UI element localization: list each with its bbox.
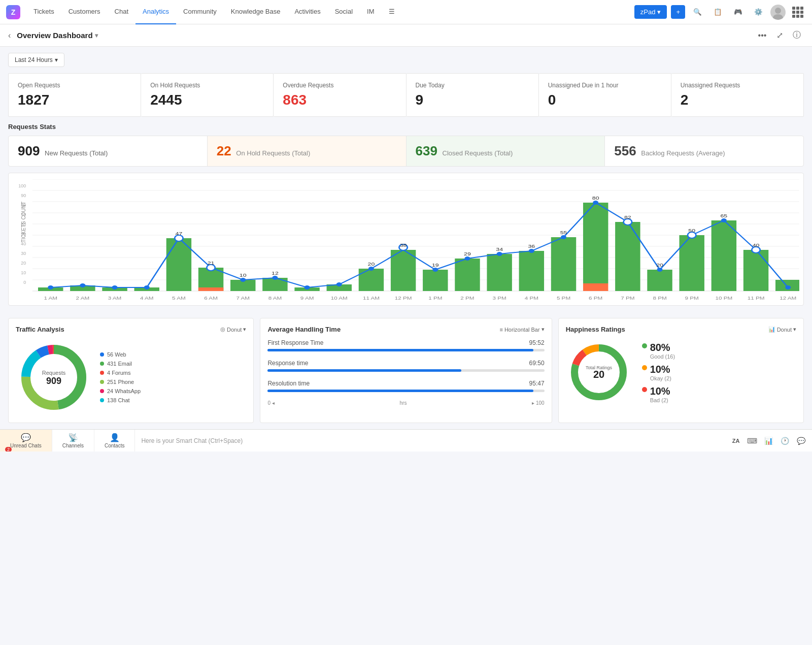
svg-text:3 AM: 3 AM: [108, 296, 122, 301]
svg-point-52: [465, 256, 470, 261]
nav-customers[interactable]: Customers: [61, 0, 108, 24]
toolbar: Last 24 Hours ▾: [0, 47, 812, 73]
svg-text:1 AM: 1 AM: [44, 296, 58, 301]
contacts-tab[interactable]: 👤 Contacts: [94, 430, 135, 452]
svg-text:55: 55: [560, 230, 567, 235]
traffic-donut-content: Requests 909 56 Web 431 Email 4 Forums: [16, 339, 246, 415]
svg-text:50: 50: [689, 228, 696, 233]
req-sum-backlog: 556 Backlog Requests (Average): [605, 136, 803, 166]
legend-phone: 251 Phone: [100, 379, 141, 385]
title-dropdown-caret[interactable]: ▾: [95, 32, 98, 39]
svg-point-42: [144, 285, 150, 289]
nav-community[interactable]: Community: [176, 0, 224, 24]
search-button[interactable]: 🔍: [689, 4, 705, 20]
legend-email: 431 Email: [100, 361, 141, 367]
svg-point-47: [304, 285, 310, 289]
svg-text:29: 29: [464, 251, 471, 256]
happiness-chart-type-button[interactable]: 📊 Donut ▾: [768, 326, 796, 333]
nav-analytics[interactable]: Analytics: [136, 0, 176, 24]
svg-text:4 AM: 4 AM: [140, 296, 154, 301]
svg-rect-25: [391, 250, 416, 291]
svg-text:21: 21: [208, 261, 215, 266]
stat-value-overdue: 863: [283, 92, 396, 108]
svg-point-40: [80, 283, 86, 287]
hap-pct-good: 80%: [650, 342, 675, 353]
svg-point-44: [207, 265, 215, 271]
legend-dot-chat: [100, 398, 104, 402]
traffic-donut-svg: Requests 909: [16, 339, 92, 415]
subheader-more-button[interactable]: •••: [755, 28, 769, 43]
stat-card-overdue: Overdue Requests 863: [274, 73, 406, 117]
handling-response-time: Response time 69:50: [267, 360, 544, 372]
legend-forums: 4 Forums: [100, 370, 141, 376]
requests-chart: TICKETS COUNT 1009080706050403020100: [8, 173, 804, 306]
svg-text:5 PM: 5 PM: [557, 296, 570, 301]
req-num-new: 909: [18, 143, 40, 158]
date-range-button[interactable]: Last 24 Hours ▾: [8, 53, 64, 67]
stat-label-unassigned-hour: Unassigned Due in 1 hour: [548, 82, 662, 89]
svg-rect-29: [519, 251, 544, 291]
nav-chat[interactable]: Chat: [108, 0, 136, 24]
happiness-panel-title: Happiness Ratings: [566, 326, 625, 333]
svg-point-46: [273, 276, 278, 280]
requests-stats-title: Requests Stats: [8, 123, 804, 131]
za-button[interactable]: ZA: [729, 434, 743, 448]
req-num-onhold: 22: [217, 143, 231, 158]
nav-knowledge-base[interactable]: Knowledge Base: [224, 0, 288, 24]
keyboard-button[interactable]: ⌨: [745, 434, 759, 448]
handling-response-bar-bg: [267, 369, 544, 372]
app-logo[interactable]: Z: [6, 5, 20, 19]
happiness-ratings-panel: Happiness Ratings 📊 Donut ▾ Total Rating…: [558, 318, 804, 423]
apps-grid-button[interactable]: [790, 4, 806, 20]
zpad-button[interactable]: zPad ▾: [634, 5, 667, 19]
svg-rect-31: [583, 203, 608, 283]
svg-rect-32: [583, 283, 608, 291]
avatar[interactable]: [770, 5, 786, 20]
smart-chat-input[interactable]: Here is your Smart Chat (Ctrl+Space): [135, 437, 725, 444]
chevron-down-icon-happiness: ▾: [793, 326, 796, 333]
chart-button[interactable]: 📊: [761, 434, 775, 448]
chevron-down-icon: ▾: [243, 326, 246, 333]
gamepad-button[interactable]: 🎮: [730, 4, 746, 20]
traffic-panel-header: Traffic Analysis ◎ Donut ▾: [16, 326, 246, 333]
handling-panel-title: Average Handling Time: [267, 326, 341, 333]
legend-dot-email: [100, 362, 104, 366]
svg-text:40: 40: [753, 243, 760, 248]
clock-button[interactable]: 🕐: [777, 434, 792, 448]
nav-items: Tickets Customers Chat Analytics Communi…: [26, 0, 632, 24]
channels-tab[interactable]: 📡 Channels: [52, 430, 94, 452]
chart-wrap: TICKETS COUNT 1009080706050403020100: [13, 179, 799, 301]
stat-label-overdue: Overdue Requests: [283, 82, 396, 89]
stat-card-onhold: On Hold Requests 2445: [141, 73, 274, 117]
svg-text:7 AM: 7 AM: [236, 296, 250, 301]
happiness-content: Total Ratings 20 80% Good (16) 10% Okay …: [566, 339, 796, 405]
req-sum-onhold: 22 On Hold Requests (Total): [208, 136, 407, 166]
handling-chart-type-button[interactable]: ≡ Horizontal Bar ▾: [500, 326, 545, 333]
new-action-button[interactable]: +: [671, 5, 685, 19]
nav-tickets[interactable]: Tickets: [26, 0, 61, 24]
status-bar: 💬 Unread Chats 2 📡 Channels 👤 Contacts H…: [0, 429, 812, 452]
nav-social[interactable]: Social: [328, 0, 360, 24]
handling-resolution-bar-bg: [267, 390, 544, 392]
settings-button[interactable]: ⚙️: [750, 4, 766, 20]
message-button[interactable]: 💬: [794, 434, 808, 448]
stat-value-open: 1827: [18, 92, 131, 108]
stat-value-unassigned: 2: [681, 92, 794, 108]
req-sum-new: 909 New Requests (Total): [9, 136, 208, 166]
happiness-donut-svg: Total Ratings 20: [566, 339, 632, 405]
svg-text:5 AM: 5 AM: [172, 296, 186, 301]
svg-text:10: 10: [240, 273, 247, 278]
subheader-expand-button[interactable]: ⤢: [772, 28, 787, 43]
notifications-button[interactable]: 📋: [709, 4, 726, 20]
subheader-info-button[interactable]: ⓘ: [790, 28, 804, 43]
nav-im[interactable]: IM: [360, 0, 381, 24]
nav-more[interactable]: ☰: [382, 0, 402, 24]
hap-dot-okay: [642, 365, 647, 370]
back-button[interactable]: ‹: [8, 31, 11, 40]
hap-label-good: Good (16): [650, 353, 675, 360]
nav-activities[interactable]: Activities: [287, 0, 327, 24]
traffic-chart-type-button[interactable]: ◎ Donut ▾: [220, 326, 246, 333]
hap-dot-good: [642, 343, 647, 348]
svg-point-0: [775, 8, 781, 14]
stat-label-duetoday: Due Today: [416, 82, 529, 89]
